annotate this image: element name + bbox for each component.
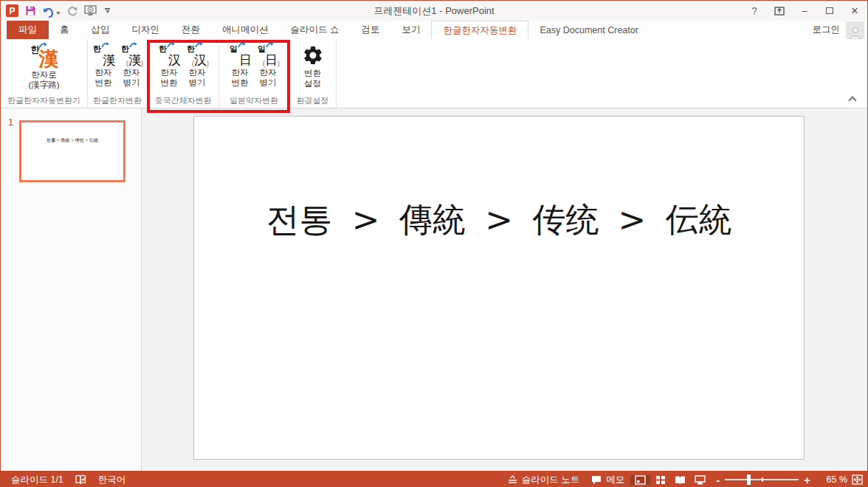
button-label: 변환	[304, 68, 321, 78]
group-label: 한글한자변환	[88, 95, 147, 108]
powerpoint-logo-icon[interactable]: P	[6, 4, 18, 17]
slide-number: 1	[8, 117, 13, 128]
hanja-convert-button-cn[interactable]: 한 汉 한자 변환	[155, 41, 183, 89]
ribbon-display-options-button[interactable]	[767, 1, 792, 21]
tab-easy-document-creator[interactable]: Easy Document Creator	[528, 21, 649, 39]
ribbon: 한 漢 한자로 (漢字路) 한글한자자동변환기 한 漢	[1, 39, 867, 108]
button-label: 한자	[123, 67, 140, 77]
undo-dropdown-icon[interactable]	[56, 12, 61, 15]
icon-small-char: 한	[159, 44, 167, 55]
minimize-button[interactable]: –	[792, 1, 817, 21]
slide-canvas[interactable]: 전통 > 傳統 > 传统 > 伝統	[193, 116, 805, 460]
comments-toggle[interactable]: 메모	[585, 474, 630, 486]
tab-insert[interactable]: 삽입	[80, 21, 121, 39]
icon-big-char: 汉	[168, 54, 181, 67]
customize-qat-button[interactable]	[105, 8, 110, 13]
normal-view-icon	[635, 475, 646, 485]
ribbon-group-japanese-abbrev: 일 日 한자 변환 일 (日) 한자 병기 일본약	[219, 39, 289, 108]
tab-slideshow[interactable]: 슬라이드 쇼	[280, 21, 351, 39]
maximize-button[interactable]	[817, 1, 842, 21]
blue-arrow-icon	[266, 42, 275, 48]
collapse-ribbon-button[interactable]	[849, 95, 855, 102]
hanja-convert-button-jp[interactable]: 일 日 한자 변환	[226, 41, 254, 89]
paren-close: )	[278, 60, 280, 67]
slide-thumbnails-panel[interactable]: 1 전통 > 傳統 > 传统 > 伝統	[1, 108, 142, 471]
window-title: 프레젠테이션1 - PowerPoint	[1, 4, 867, 18]
zoom-out-button[interactable]: -	[716, 474, 720, 486]
button-label: 설정	[304, 78, 321, 89]
slide-thumbnail[interactable]: 전통 > 傳統 > 传统 > 伝統	[19, 120, 125, 182]
kanji-jp-paren-icon: 일 (日)	[256, 43, 280, 67]
hanja-cn-paren-icon: 한 (汉)	[185, 43, 209, 67]
icon-big-char: 漢	[38, 49, 58, 69]
login-button[interactable]: 로그인	[813, 24, 841, 36]
main-content: 1 전통 > 傳統 > 传统 > 伝統 전통 > 傳統 > 传统 > 伝統	[1, 108, 867, 471]
button-label: 변환	[232, 77, 249, 88]
button-label: 한자	[260, 67, 277, 77]
hanja-convert-button-kr[interactable]: 한 漢 한자 변환	[89, 41, 117, 89]
slide-editing-area[interactable]: 전통 > 傳統 > 传统 > 伝統	[142, 108, 867, 471]
save-icon	[25, 5, 36, 16]
ribbon-group-chinese-simplified: 한 汉 한자 변환 한 (汉) 한자 병기 중국간	[148, 39, 219, 108]
normal-view-button[interactable]	[630, 475, 650, 485]
group-label: 중국간체자변환	[148, 95, 218, 108]
thumbnail-text: 전통 > 傳統 > 传统 > 伝統	[24, 137, 120, 144]
hanja-annotate-button-cn[interactable]: 한 (汉) 한자 병기	[183, 41, 211, 89]
tab-review[interactable]: 검토	[350, 21, 390, 39]
icon-big-char: 日	[239, 54, 252, 67]
slide-sorter-button[interactable]	[650, 475, 670, 485]
reading-view-button[interactable]	[670, 475, 690, 485]
zoom-slider[interactable]	[725, 479, 799, 480]
blue-arrow-icon	[129, 42, 138, 48]
slide-sorter-icon	[655, 475, 666, 485]
redo-button[interactable]	[67, 4, 78, 18]
hanja-annotate-button-kr[interactable]: 한 (漢) 한자 병기	[117, 41, 145, 89]
notes-toggle[interactable]: 슬라이드 노트	[502, 474, 585, 486]
tab-hangul-hanja-auto-convert[interactable]: 한글한자자동변환	[431, 21, 528, 39]
file-tab[interactable]: 파일	[7, 21, 49, 39]
close-button[interactable]: ✕	[842, 1, 867, 21]
conversion-settings-button[interactable]: 변환 설정	[298, 41, 328, 90]
button-label: 병기	[189, 77, 206, 88]
language-indicator[interactable]: 한국어	[92, 474, 132, 486]
slideshow-view-button[interactable]	[690, 475, 710, 485]
hanja-orange-icon: 한 漢	[29, 43, 58, 69]
hanja-annotate-button-jp[interactable]: 일 (日) 한자 병기	[254, 41, 282, 89]
avatar[interactable]	[846, 21, 864, 39]
ribbon-display-icon	[774, 7, 785, 15]
zoom-slider-handle[interactable]	[747, 474, 751, 485]
spellcheck-indicator[interactable]	[69, 474, 92, 485]
undo-button[interactable]	[43, 4, 61, 18]
maximize-icon	[826, 7, 833, 14]
hanja-cn-icon: 한 汉	[157, 43, 181, 67]
ribbon-group-auto-converter: 한 漢 한자로 (漢字路) 한글한자자동변환기	[1, 39, 88, 108]
start-slideshow-button[interactable]	[84, 4, 97, 18]
login-area: 로그인	[813, 21, 868, 39]
person-icon	[849, 26, 862, 39]
kanji-jp-icon: 일 日	[228, 43, 252, 67]
zoom-in-button[interactable]: +	[804, 474, 810, 486]
help-button[interactable]: ?	[742, 1, 767, 21]
customize-qat-icon	[105, 8, 110, 10]
zoom-slider-tick	[762, 477, 763, 482]
redo-icon	[67, 6, 78, 16]
icon-big-char: 汉	[194, 54, 207, 67]
button-label: 병기	[260, 77, 277, 88]
button-label: 한자	[95, 67, 112, 77]
tab-view[interactable]: 보기	[390, 21, 431, 39]
tab-animations[interactable]: 애니메이션	[211, 21, 280, 39]
save-button[interactable]	[25, 4, 36, 18]
blue-arrow-icon	[195, 42, 204, 48]
tab-transitions[interactable]: 전환	[170, 21, 211, 39]
blue-arrow-icon	[101, 42, 110, 48]
ribbon-group-hangul-hanja: 한 漢 한자 변환 한 (漢) 한자 병기 한글한	[88, 39, 148, 108]
icon-small-char: 한	[93, 44, 101, 55]
tab-home[interactable]: 홈	[49, 21, 80, 39]
button-label: 병기	[123, 77, 140, 88]
zoom-level[interactable]: 65 %	[816, 474, 847, 485]
fit-slide-button[interactable]	[847, 474, 867, 485]
tab-design[interactable]: 디자인	[121, 21, 171, 39]
customize-qat-caret	[106, 10, 110, 13]
hanja-ro-button[interactable]: 한 漢 한자로 (漢字路)	[26, 41, 61, 91]
slide-text[interactable]: 전통 > 傳統 > 传统 > 伝統	[194, 198, 804, 242]
